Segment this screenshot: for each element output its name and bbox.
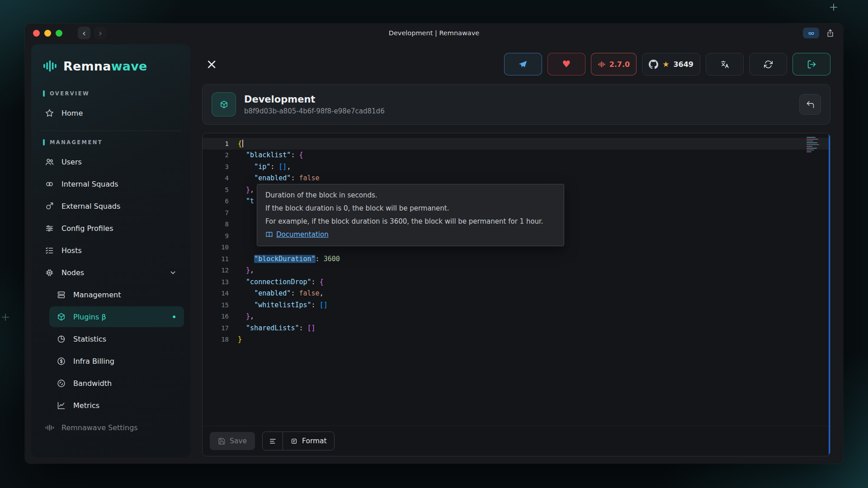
code-text: }, (238, 186, 254, 194)
code-text: "blockDuration": 3600 (238, 255, 340, 263)
code-text: "enabled": false (238, 174, 320, 182)
code-area[interactable]: 1{2 "blacklist": {3 "ip": [],4 "enabled"… (203, 133, 830, 426)
line-number: 13 (203, 278, 238, 286)
github-icon (649, 60, 658, 69)
code-line[interactable]: 18} (203, 334, 830, 346)
interlocked-circles-icon (45, 179, 54, 189)
brand-logo[interactable]: Remnawave (31, 44, 190, 84)
sparkle-decoration (2, 314, 9, 321)
book-icon (265, 231, 273, 239)
heart-icon: ♥ (562, 59, 571, 70)
format-button[interactable]: Format (283, 432, 334, 450)
sidebar-item-label: Statistics (73, 335, 106, 343)
refresh-button[interactable] (749, 53, 787, 75)
code-line[interactable]: 11 "blockDuration": 3600 (203, 253, 830, 265)
tooltip-line: If the block duration is 0, the block wi… (265, 204, 556, 212)
documentation-link[interactable]: Documentation (265, 230, 329, 239)
chip-icon (45, 268, 54, 277)
close-page-button[interactable]: × (202, 55, 221, 74)
translate-icon (720, 60, 730, 69)
code-text: "t (238, 197, 254, 205)
line-number: 5 (203, 186, 238, 193)
telegram-button[interactable] (504, 53, 542, 75)
code-text: "ip": [], (238, 163, 291, 171)
editor-options-button[interactable] (263, 432, 283, 450)
line-number: 8 (203, 221, 238, 228)
line-number: 9 (203, 232, 238, 239)
sidebar-item-nodes-bandwidth[interactable]: Bandwidth (49, 373, 184, 394)
telegram-icon (518, 60, 528, 69)
browser-back-button[interactable]: ‹ (78, 27, 90, 39)
zoom-window-button[interactable] (56, 30, 62, 37)
chevron-down-icon (169, 269, 177, 277)
json-editor[interactable]: 1{2 "blacklist": {3 "ip": [],4 "enabled"… (202, 133, 830, 456)
save-button[interactable]: Save (210, 432, 255, 450)
line-number: 14 (203, 290, 238, 297)
pie-chart-icon (57, 334, 66, 344)
code-line[interactable]: 4 "enabled": false (203, 173, 830, 184)
editor-footer: Save Format (203, 426, 830, 456)
main-content: × ♥ 2.7.0 ★ (190, 42, 843, 464)
sidebar-item-label: Internal Squads (61, 180, 118, 188)
code-line[interactable]: 12 }, (203, 265, 830, 277)
language-button[interactable] (706, 53, 744, 75)
github-stars-button[interactable]: ★ 3649 (642, 53, 700, 75)
sidebar-item-internal-squads[interactable]: Internal Squads (38, 174, 184, 194)
code-line[interactable]: 13 "connectionDrop": { (203, 276, 830, 288)
version-badge[interactable]: 2.7.0 (591, 53, 637, 75)
sidebar-item-label: Remnawave Settings (61, 423, 138, 432)
code-line[interactable]: 1{ (203, 138, 830, 150)
sidebar-item-nodes-statistics[interactable]: Statistics (49, 328, 184, 349)
code-line[interactable]: 14 "enabled": false, (203, 288, 830, 300)
sidebar-item-remnawave-settings[interactable]: Remnawave Settings (38, 417, 184, 438)
brand-name: Remnawave (63, 59, 147, 73)
code-line[interactable]: 17 "sharedLists": [] (203, 322, 830, 334)
undo-button[interactable] (799, 94, 821, 115)
sidebar-item-external-squads[interactable]: External Squads (38, 196, 184, 216)
sidebar-item-label: Hosts (61, 246, 82, 255)
sidebar-item-hosts[interactable]: Hosts (38, 240, 184, 261)
sidebar-item-nodes-plugins[interactable]: Plugins β • (49, 306, 184, 327)
block-duration-tooltip: Duration of the block in seconds. If the… (257, 184, 564, 246)
line-number: 16 (203, 313, 238, 320)
sidebar-item-label: Infra Billing (73, 357, 114, 366)
code-line[interactable]: 15 "whitelistIps": [] (203, 299, 830, 311)
code-text: { (238, 140, 243, 148)
plugin-header-card: Development b8f9d03b-a805-4b6f-98f8-e98e… (202, 84, 830, 125)
sidebar-item-nodes-infra-billing[interactable]: Infra Billing (49, 351, 184, 371)
browser-forward-button[interactable]: › (94, 27, 107, 39)
code-line[interactable]: 16 }, (203, 311, 830, 323)
share-icon[interactable] (826, 28, 835, 38)
sliders-icon (45, 224, 54, 233)
active-dot-icon: • (171, 312, 177, 321)
code-line[interactable]: 2 "blacklist": { (203, 150, 830, 161)
waveform-icon (45, 423, 54, 432)
sidebar-item-users[interactable]: Users (38, 151, 184, 172)
star-icon (45, 108, 54, 118)
code-text: "connectionDrop": { (238, 278, 324, 286)
line-number: 15 (203, 301, 238, 309)
logout-icon (807, 60, 816, 69)
line-number: 7 (203, 209, 238, 216)
sidebar-item-config-profiles[interactable]: Config Profiles (38, 218, 184, 239)
code-line[interactable]: 3 "ip": [], (203, 161, 830, 173)
sidebar-item-label: Users (61, 158, 82, 166)
editor-scrollbar[interactable] (829, 133, 830, 456)
donate-button[interactable]: ♥ (547, 53, 585, 75)
sidebar-item-home[interactable]: Home (38, 103, 184, 123)
code-text: }, (238, 266, 254, 274)
logout-button[interactable] (793, 53, 830, 75)
close-window-button[interactable] (33, 30, 40, 37)
sidebar-item-label: Management (73, 291, 121, 299)
sidebar-item-nodes-metrics[interactable]: Metrics (49, 395, 184, 416)
header-actions: ♥ 2.7.0 ★ 3649 (504, 53, 830, 75)
minimize-window-button[interactable] (44, 30, 51, 37)
code-text: }, (238, 312, 254, 320)
minimap[interactable] (807, 137, 823, 152)
code-text: "sharedLists": [] (238, 324, 316, 332)
sidebar-item-nodes[interactable]: Nodes (38, 262, 184, 283)
sidebar-item-nodes-management[interactable]: Management (49, 284, 184, 305)
waveform-logo-icon (43, 59, 57, 73)
browser-profile-icon[interactable] (803, 28, 819, 38)
code-text: "whitelistIps": [] (238, 301, 328, 309)
